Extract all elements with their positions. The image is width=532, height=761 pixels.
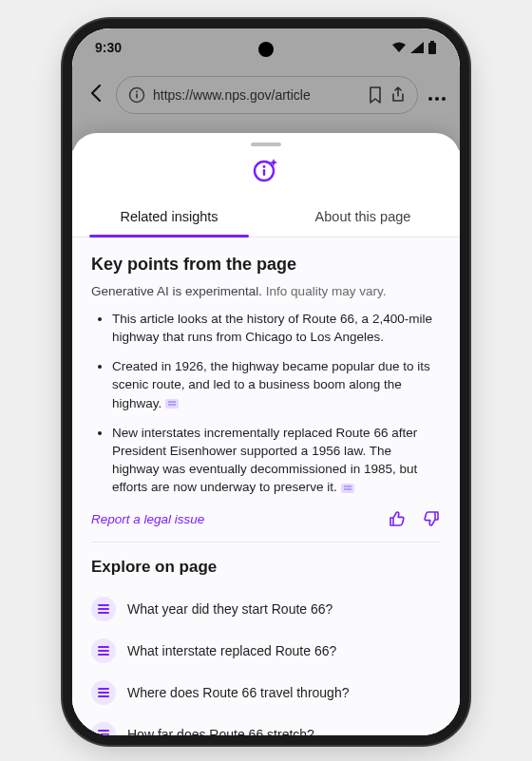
list-icon xyxy=(91,722,116,735)
tab-related-insights[interactable]: Related insights xyxy=(72,196,266,237)
svg-point-9 xyxy=(263,165,266,168)
front-camera xyxy=(258,42,274,57)
back-button[interactable] xyxy=(86,83,106,107)
report-legal-issue-link[interactable]: Report a legal issue xyxy=(91,512,204,526)
question-text: What interstate replaced Route 66? xyxy=(127,643,336,658)
wifi-icon xyxy=(391,42,407,53)
svg-rect-1 xyxy=(430,41,434,43)
question-row[interactable]: What interstate replaced Route 66? xyxy=(91,630,441,672)
sheet-body: Key points from the page Generative AI i… xyxy=(72,238,460,735)
question-text: How far does Route 66 stretch? xyxy=(127,727,314,735)
svg-rect-4 xyxy=(136,94,138,99)
svg-point-3 xyxy=(136,91,138,93)
list-icon xyxy=(91,680,116,705)
info-icon xyxy=(128,86,145,104)
point-text: This article looks at the history of Rou… xyxy=(112,312,432,344)
sparkle-info-icon xyxy=(252,156,280,184)
svg-rect-0 xyxy=(428,43,436,54)
question-row[interactable]: Where does Route 66 travel through? xyxy=(91,672,441,713)
bookmark-icon[interactable] xyxy=(368,86,383,104)
point-text: Created in 1926, the highway became popu… xyxy=(112,359,430,409)
ai-disclaimer: Generative AI is experimental. Info qual… xyxy=(91,284,441,298)
list-item: Created in 1926, the highway became popu… xyxy=(112,357,441,411)
signal-icon xyxy=(410,42,424,53)
phone-frame: 9:30 https://www.nps.gov/article xyxy=(72,29,460,735)
list-item: This article looks at the history of Rou… xyxy=(112,310,441,346)
sheet-tabs: Related insights About this page xyxy=(72,196,460,238)
question-row[interactable]: What year did they start Route 66? xyxy=(91,588,441,630)
status-time: 9:30 xyxy=(95,40,122,55)
list-item: New interstates incrementally replaced R… xyxy=(112,424,441,497)
disclaimer-bold: Generative AI is experimental. xyxy=(91,284,262,298)
thumbs-down-icon[interactable] xyxy=(422,509,441,528)
screen: 9:30 https://www.nps.gov/article xyxy=(72,29,460,735)
sheet-header-icon xyxy=(72,156,460,184)
svg-rect-10 xyxy=(263,169,265,176)
svg-point-7 xyxy=(442,97,446,101)
insights-bottom-sheet: Related insights About this page Key poi… xyxy=(72,133,460,735)
tab-about-this-page[interactable]: About this page xyxy=(266,196,460,237)
url-text: https://www.nps.gov/article xyxy=(153,87,360,103)
feedback-buttons xyxy=(388,509,441,528)
citation-chip[interactable] xyxy=(165,399,179,409)
overflow-menu-button[interactable] xyxy=(428,85,446,106)
list-icon xyxy=(91,638,116,663)
thumbs-up-icon[interactable] xyxy=(388,509,407,528)
drag-handle[interactable] xyxy=(251,143,281,146)
key-points-heading: Key points from the page xyxy=(91,255,441,275)
address-bar[interactable]: https://www.nps.gov/article xyxy=(116,76,418,114)
question-text: What year did they start Route 66? xyxy=(127,601,332,617)
svg-point-6 xyxy=(435,97,439,101)
point-text: New interstates incrementally replaced R… xyxy=(112,426,417,494)
list-icon xyxy=(91,597,116,621)
share-icon[interactable] xyxy=(390,86,406,104)
citation-chip[interactable] xyxy=(341,484,354,493)
browser-toolbar: https://www.nps.gov/article xyxy=(72,67,460,124)
battery-icon xyxy=(428,41,437,54)
feedback-row: Report a legal issue xyxy=(91,509,441,542)
disclaimer-rest: Info quality may vary. xyxy=(262,284,386,298)
explore-heading: Explore on page xyxy=(91,558,441,577)
status-icons xyxy=(391,41,437,54)
svg-point-5 xyxy=(428,97,432,101)
question-row[interactable]: How far does Route 66 stretch? xyxy=(91,713,441,735)
question-text: Where does Route 66 travel through? xyxy=(127,685,349,700)
key-points-list: This article looks at the history of Rou… xyxy=(91,310,441,496)
